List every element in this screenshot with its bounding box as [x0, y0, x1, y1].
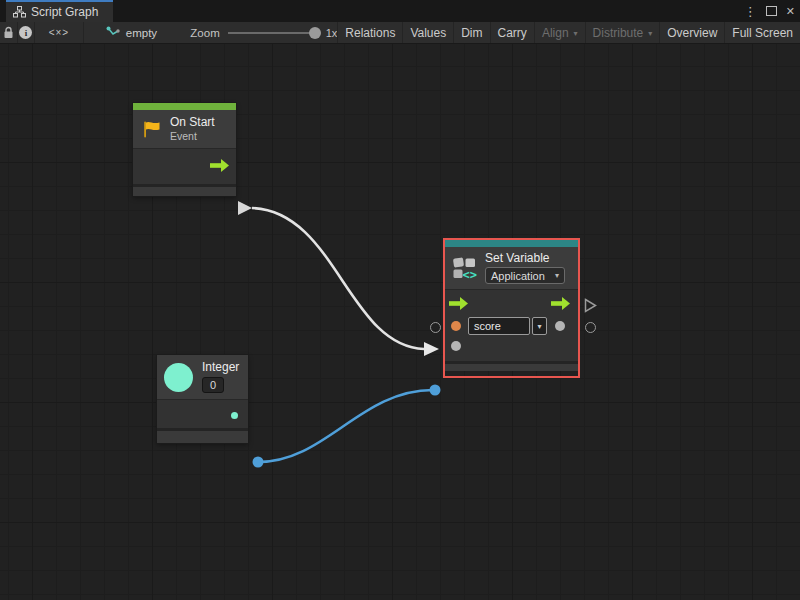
lock-icon: [3, 26, 14, 39]
on-start-exec-out-arrow[interactable]: [238, 201, 252, 215]
node-title: Integer: [202, 361, 239, 375]
value-in-port[interactable]: [451, 341, 461, 351]
exec-out-port[interactable]: [551, 297, 570, 310]
node-title: On Start: [170, 116, 215, 130]
variable-scope-dropdown[interactable]: Application ▾: [485, 267, 565, 284]
full-screen-button[interactable]: Full Screen: [724, 22, 800, 43]
zoom-value: 1x: [326, 27, 338, 39]
integer-wire-end-dot[interactable]: [253, 457, 264, 468]
code-preview-button[interactable]: <×>: [35, 22, 84, 43]
node-subtitle: Event: [170, 130, 215, 143]
wire-value[interactable]: [258, 390, 433, 462]
tab-bar: Script Graph ⋮ ✕: [0, 0, 800, 22]
window-menu-icon[interactable]: ⋮: [744, 5, 757, 18]
variable-accent-bar: [445, 240, 578, 247]
scope-value: Application: [491, 270, 545, 282]
variable-name-dropdown-button[interactable]: ▾: [532, 317, 547, 335]
graph-icon: [106, 26, 120, 39]
graph-status-label: empty: [126, 27, 157, 39]
distribute-dropdown-button[interactable]: Distribute▾: [585, 22, 660, 43]
lock-button[interactable]: [0, 22, 18, 43]
values-button[interactable]: Values: [402, 22, 453, 43]
graph-hierarchy-icon: [13, 6, 26, 18]
flag-icon: [141, 119, 162, 140]
variable-name-field[interactable]: score: [468, 317, 530, 335]
maximize-icon[interactable]: [766, 6, 777, 16]
svg-text:<>: <>: [463, 268, 477, 281]
unconnected-input-hint[interactable]: [430, 322, 441, 333]
on-start-header[interactable]: On Start Event: [133, 110, 236, 148]
event-accent-bar: [133, 103, 236, 110]
exec-out-port[interactable]: [210, 159, 229, 172]
set-variable-node[interactable]: <> Set Variable Application ▾: [445, 240, 578, 371]
node-title: Set Variable: [485, 252, 565, 266]
node-footer[interactable]: [133, 187, 236, 196]
graph-canvas[interactable]: On Start Event <>: [0, 44, 800, 600]
unconnected-output-hint[interactable]: [585, 322, 596, 333]
chevron-down-icon: ▾: [648, 29, 652, 38]
carry-button[interactable]: Carry: [490, 22, 534, 43]
zoom-slider[interactable]: [228, 32, 318, 34]
integer-ports: [157, 400, 248, 428]
set-variable-selection: <> Set Variable Application ▾: [443, 238, 580, 378]
graph-toolbar: i <×> empty Zoom 1x Relations Values Dim…: [0, 22, 800, 44]
chevron-down-icon: ▾: [555, 271, 559, 280]
tab-script-graph[interactable]: Script Graph: [6, 0, 113, 22]
integer-header[interactable]: Integer 0: [157, 355, 248, 399]
code-icon: <×>: [49, 27, 70, 38]
wires-layer: [0, 88, 800, 600]
exec-in-port[interactable]: [449, 297, 468, 310]
integer-value: 0: [210, 379, 216, 391]
tab-title: Script Graph: [31, 5, 98, 19]
inspect-button[interactable]: i: [18, 22, 35, 43]
overview-button[interactable]: Overview: [659, 22, 724, 43]
wire-flow[interactable]: [252, 208, 424, 349]
on-start-node[interactable]: On Start Event: [133, 103, 236, 196]
set-variable-header[interactable]: <> Set Variable Application ▾: [445, 247, 578, 289]
zoom-slider-knob[interactable]: [309, 27, 321, 39]
align-dropdown-button[interactable]: Align▾: [534, 22, 585, 43]
info-icon: i: [19, 26, 32, 39]
integer-node[interactable]: Integer 0: [157, 355, 248, 443]
variables-icon: <>: [452, 255, 478, 281]
zoom-label: Zoom: [190, 27, 219, 39]
chevron-down-icon: ▾: [574, 29, 578, 38]
zoom-control: Zoom 1x: [190, 22, 337, 43]
window-controls: ⋮ ✕: [744, 0, 795, 22]
dim-button[interactable]: Dim: [453, 22, 489, 43]
node-footer[interactable]: [445, 364, 578, 371]
set-variable-exec-in-arrow[interactable]: [424, 342, 439, 356]
graph-reference[interactable]: empty: [84, 22, 159, 43]
variable-name-value: score: [474, 320, 501, 332]
script-graph-window: { "window": { "tab_title": "Script Graph…: [0, 0, 800, 600]
value-out-port[interactable]: [555, 321, 565, 331]
integer-icon: [164, 363, 193, 392]
chevron-down-icon: ▾: [537, 322, 541, 331]
set-variable-ports: score ▾: [445, 290, 578, 361]
integer-out-port[interactable]: [231, 412, 238, 419]
set-variable-wire-end-dot[interactable]: [430, 385, 441, 396]
toolbar-buttons: Relations Values Dim Carry Align▾ Distri…: [337, 22, 800, 43]
integer-value-field[interactable]: 0: [202, 377, 224, 393]
exec-continue-hint[interactable]: [584, 298, 597, 313]
on-start-ports: [133, 149, 236, 184]
close-icon[interactable]: ✕: [786, 6, 795, 17]
node-footer[interactable]: [157, 431, 248, 443]
relations-button[interactable]: Relations: [337, 22, 402, 43]
variable-name-port[interactable]: [451, 321, 461, 331]
